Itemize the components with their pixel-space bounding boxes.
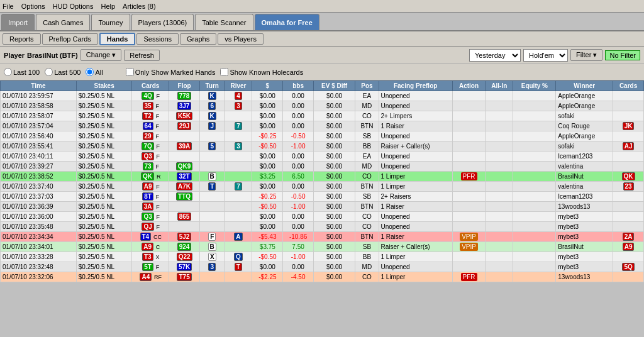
table-row[interactable]: 01/07/10 23:55:41 $0.25/0.5 NL 7Q F 39A … (1, 141, 644, 152)
sub-tab-hands[interactable]: Hands (99, 33, 136, 45)
cell-ev: $0.00 (313, 162, 355, 172)
table-row[interactable]: 01/07/10 23:38:52 $0.25/0.5 NL QK R 32T … (1, 172, 644, 182)
cell-river: 3 (225, 141, 252, 152)
cell-river: Q (225, 252, 252, 262)
check-only-marked[interactable]: Only Show Marked Hands (126, 68, 216, 76)
cell-dollar: $0.00 (252, 152, 283, 162)
cell-ev: $0.00 (313, 111, 355, 121)
cell-allin (486, 111, 513, 121)
cell-action (452, 162, 486, 172)
cell-allin (486, 152, 513, 162)
table-row[interactable]: 01/07/10 23:36:00 $0.25/0.5 NL Q3 F 865 … (1, 212, 644, 222)
table-row[interactable]: 01/07/10 23:37:03 $0.25/0.5 NL 8T F TTQ … (1, 192, 644, 202)
filter-button[interactable]: Filter ▾ (570, 49, 603, 61)
table-row[interactable]: 01/07/10 23:40:11 $0.25/0.5 NL Q3 F $0.0… (1, 152, 644, 162)
cell-time: 01/07/10 23:32:06 (1, 272, 77, 282)
cell-flop: Q22 (169, 252, 200, 262)
hands-table: Time Stakes Cards Flop Turn River $ bbs … (0, 80, 644, 282)
tab-tourney[interactable]: Tourney (91, 14, 130, 30)
col-cards: Cards (132, 81, 169, 91)
cell-facing: 2+ Raisers (379, 192, 452, 202)
table-row[interactable]: 01/07/10 23:57:04 $0.25/0.5 NL 64 F 29J … (1, 121, 644, 131)
sub-tab-graphs[interactable]: Graphs (180, 33, 216, 45)
cell-cards: 3A F (132, 202, 169, 212)
cell-equity (513, 162, 556, 172)
tab-table-scanner[interactable]: Table Scanner (195, 14, 253, 30)
cell-dollar: $0.00 (252, 182, 283, 192)
sub-tab-vsplayers[interactable]: vs Players (218, 33, 264, 45)
tab-players[interactable]: Players (13006) (131, 14, 194, 30)
cell-dollar: $0.00 (252, 91, 283, 101)
cell-stakes: $0.25/0.5 NL (76, 162, 132, 172)
radio-last500[interactable]: Last 500 (45, 68, 80, 76)
cell-river (225, 152, 252, 162)
cell-bbs: -0.50 (283, 192, 314, 202)
period-dropdown[interactable]: Yesterday Today Last Week (469, 49, 521, 62)
hands-table-container[interactable]: Time Stakes Cards Flop Turn River $ bbs … (0, 80, 644, 323)
menu-options[interactable]: Options (21, 3, 45, 10)
col-flop: Flop (169, 81, 200, 91)
cell-winner: mybet3 (556, 212, 613, 222)
table-row[interactable]: 01/07/10 23:32:48 $0.25/0.5 NL 5T F 57K … (1, 262, 644, 272)
sub-tab-preflop[interactable]: Preflop Cards (42, 33, 98, 45)
cell-equity (513, 141, 556, 152)
cell-turn: 5 (200, 141, 225, 152)
cell-ev: $0.00 (313, 262, 355, 272)
table-row[interactable]: 01/07/10 23:34:01 $0.25/0.5 NL A9 C 924 … (1, 242, 644, 252)
cell-time: 01/07/10 23:56:40 (1, 131, 77, 141)
cell-time: 01/07/10 23:33:28 (1, 252, 77, 262)
change-button[interactable]: Change ▾ (80, 49, 122, 61)
table-row[interactable]: 01/07/10 23:36:39 $0.25/0.5 NL 3A F -$0.… (1, 202, 644, 212)
table-row[interactable]: 01/07/10 23:59:57 $0.25/0.5 NL 4Q F 778 … (1, 91, 644, 101)
cell-turn (200, 222, 225, 232)
check-show-holecards[interactable]: Show Known Holecards (220, 68, 303, 76)
cell-dollar: -$5.43 (252, 232, 283, 242)
game-type-dropdown[interactable]: Hold'em Omaha (523, 49, 568, 62)
radio-all[interactable]: All (86, 68, 103, 76)
tab-omaha[interactable]: Omaha for Free (255, 14, 319, 30)
tab-cash-games[interactable]: Cash Games (36, 14, 90, 30)
table-row[interactable]: 01/07/10 23:39:27 $0.25/0.5 NL 73 F QK9 … (1, 162, 644, 172)
cell-wcards (613, 111, 644, 121)
cell-dollar: $0.00 (252, 101, 283, 111)
cell-turn: K (200, 111, 225, 121)
cell-allin (486, 182, 513, 192)
cell-facing: 1 Limper (379, 172, 452, 182)
sub-tab-reports[interactable]: Reports (3, 33, 41, 45)
cell-pos: EA (355, 152, 379, 162)
menu-hud[interactable]: HUD Options (53, 3, 94, 10)
cell-time: 01/07/10 23:39:27 (1, 162, 77, 172)
menu-help[interactable]: Help (101, 3, 115, 10)
table-row[interactable]: 01/07/10 23:32:06 $0.25/0.5 NL A4 RF T75… (1, 272, 644, 282)
cell-dollar: -$0.25 (252, 192, 283, 202)
cell-turn: B (200, 242, 225, 252)
table-row[interactable]: 01/07/10 23:33:28 $0.25/0.5 NL T3 X Q22 … (1, 252, 644, 262)
table-row[interactable]: 01/07/10 23:35:48 $0.25/0.5 NL QJ F $0.0… (1, 222, 644, 232)
cell-time: 01/07/10 23:40:11 (1, 152, 77, 162)
menu-articles[interactable]: Articles (8) (123, 3, 156, 10)
cell-turn (200, 162, 225, 172)
cell-pos: CO (355, 222, 379, 232)
cell-flop: 5J2 (169, 232, 200, 242)
cell-winner: mybet3 (556, 232, 613, 242)
table-row[interactable]: 01/07/10 23:58:58 $0.25/0.5 NL 35 F 3J7 … (1, 101, 644, 111)
cell-wcards (613, 222, 644, 232)
cell-river (225, 222, 252, 232)
table-row[interactable]: 01/07/10 23:58:07 $0.25/0.5 NL T2 F K5K … (1, 111, 644, 121)
cell-action (452, 202, 486, 212)
refresh-button[interactable]: Refresh (124, 50, 160, 61)
table-row[interactable]: 01/07/10 23:56:40 $0.25/0.5 NL 29 F -$0.… (1, 131, 644, 141)
tab-import[interactable]: Import (1, 14, 35, 30)
cell-bbs: 0.00 (283, 212, 314, 222)
cell-action (452, 131, 486, 141)
cell-facing: Unopened (379, 222, 452, 232)
table-row[interactable]: 01/07/10 23:34:34 $0.25/0.5 NL T4 CC 5J2… (1, 232, 644, 242)
cell-river: 7 (225, 182, 252, 192)
cell-winner: 13woods13 (556, 202, 613, 212)
sub-tab-sessions[interactable]: Sessions (136, 33, 179, 45)
cell-facing: Raiser + Caller(s) (379, 141, 452, 152)
radio-last100[interactable]: Last 100 (4, 68, 40, 76)
menu-file[interactable]: File (3, 3, 14, 10)
cell-cards: Q3 F (132, 152, 169, 162)
table-row[interactable]: 01/07/10 23:37:40 $0.25/0.5 NL A9 F A7K … (1, 182, 644, 192)
